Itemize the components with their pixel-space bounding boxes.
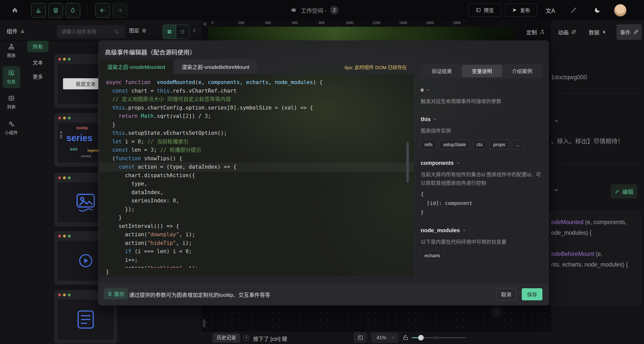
var-tags: echarts — [421, 251, 543, 260]
language-icon[interactable]: 文A — [545, 6, 555, 15]
tab-animation[interactable]: 动画 — [556, 24, 579, 40]
sidebar-item-info[interactable]: 信息 — [3, 66, 20, 88]
tab-variable-docs[interactable]: 变量说明 — [462, 65, 502, 77]
events-notice: 、移入、移出】尽情期待！ — [551, 136, 624, 145]
tab-data[interactable]: 数据 — [586, 24, 610, 40]
code-editor[interactable]: async function vnodeMounted(e, component… — [100, 74, 414, 276]
code-line[interactable]: }); — [100, 205, 414, 214]
zoom-slider-thumb[interactable] — [418, 335, 424, 340]
sidebar-item-label: 列表 — [7, 103, 16, 110]
variable-tag[interactable]: ctx — [473, 140, 486, 149]
redo-button[interactable] — [112, 3, 127, 18]
wordcloud-word: legend — [87, 148, 99, 152]
sidebar-item-charts[interactable]: 图表 — [0, 43, 23, 58]
save-button[interactable]: 保存 — [522, 288, 542, 300]
tab-examples[interactable]: 介绍案例 — [502, 65, 542, 77]
code-line[interactable]: chart.dispatchAction({ — [100, 171, 414, 180]
theme-tool-button[interactable] — [66, 3, 80, 18]
code-line[interactable]: } — [100, 268, 414, 276]
code-line[interactable]: const len = 3; // 轮播部分提示 — [100, 146, 414, 154]
code-line[interactable]: } — [100, 214, 414, 222]
code-line[interactable]: if (i === len) i = 0; — [100, 247, 414, 256]
user-avatar[interactable] — [614, 4, 627, 17]
code-line[interactable]: seriesIndex: 0, — [100, 197, 414, 205]
category-more[interactable]: 更多 — [27, 71, 48, 82]
card-traffic-lights — [58, 176, 71, 179]
publish-button[interactable]: 发布 — [505, 4, 537, 17]
preview-button[interactable]: 预览 — [468, 4, 501, 17]
code-line[interactable]: action("downplay", i); — [100, 230, 414, 239]
variable-tag[interactable]: ... — [512, 140, 524, 149]
ruler-label: 0 — [211, 21, 213, 25]
variable-tag[interactable]: setupState — [439, 140, 470, 149]
code-line[interactable]: return Math.sqrt(val[2]) / 3; — [100, 112, 414, 121]
vruler-label: 2000 — [202, 320, 206, 327]
var-section-divider — [421, 155, 543, 155]
editor-scrollbar[interactable] — [406, 142, 409, 183]
chevron-down-icon[interactable] — [554, 118, 559, 124]
leaf-icon — [571, 29, 576, 35]
tab-vnode-mounted[interactable]: 渲染之后-vnodeMounted — [100, 59, 172, 74]
var-section-divider — [421, 111, 543, 112]
panel-layout-button[interactable] — [354, 332, 367, 343]
code-line[interactable]: let i = 0; // 当前轮播索引 — [100, 138, 414, 146]
tab-events[interactable]: 事件 — [617, 24, 642, 40]
code-line[interactable]: const action = (type, dataIndex) => { — [100, 163, 414, 171]
layers-tool-button[interactable] — [48, 3, 63, 18]
text-info-icon — [8, 70, 15, 76]
code-line[interactable]: // 定义地图原点大小 同理可自定义标签等等内容 — [100, 95, 414, 104]
sidebar-code-line: odeBeforeMount (e, — [551, 249, 628, 259]
code-line[interactable]: async function vnodeMounted(e, component… — [100, 78, 414, 87]
var-section-title[interactable]: e — [421, 87, 543, 93]
code-line[interactable]: action("hideTip", i); — [100, 239, 414, 248]
home-icon[interactable] — [12, 7, 18, 13]
variable-tag[interactable]: props — [489, 140, 509, 149]
history-button[interactable]: 历史记录 — [212, 333, 240, 343]
sidebar-item-list[interactable]: 列表 — [0, 95, 23, 110]
layers-toggle[interactable]: 图层 — [129, 27, 147, 34]
undo-button[interactable] — [95, 3, 110, 18]
code-line[interactable]: dataIndex, — [100, 188, 414, 197]
code-line[interactable]: const chart = this.refs.vChartRef.chart — [100, 87, 414, 95]
edit-code-button[interactable]: 编辑 — [611, 184, 637, 198]
dark-mode-moon-icon[interactable] — [594, 7, 601, 14]
canvas-float-button[interactable] — [490, 305, 502, 317]
workspace-title: 工作空间 - 2 — [290, 0, 339, 20]
footer-tip-text: 通过提供的参数可为图表增加定制化的tooltip、交互事件等等 — [129, 291, 270, 298]
var-section-title[interactable]: node_modules — [421, 227, 543, 234]
variable-tag[interactable]: refs — [421, 140, 436, 149]
ruler-label: 600 — [292, 21, 298, 25]
code-line[interactable]: this.setupState.vEchartsSetOption(); — [100, 129, 414, 138]
code-line[interactable]: setInterval(() => { — [100, 222, 414, 231]
grid-view-button[interactable] — [163, 25, 176, 39]
category-text[interactable]: 文本 — [27, 57, 48, 68]
bar-chart-small-icon — [20, 28, 25, 33]
collapse-panel-icon[interactable] — [192, 28, 197, 33]
sidebar-divider — [554, 164, 641, 164]
sidebar-item-widgets[interactable]: 小组件 — [0, 121, 23, 136]
code-line[interactable]: action("highlight", i); — [100, 264, 414, 268]
chart-tool-button[interactable] — [31, 3, 46, 18]
horizontal-ruler: 020040060080010001200140016001800 — [208, 20, 550, 27]
zoom-dropdown[interactable]: 41% — [371, 332, 399, 343]
unlock-icon[interactable] — [402, 334, 409, 341]
tab-customize[interactable]: 定制 — [524, 24, 547, 40]
ruler-origin-icon[interactable]: ◎ — [202, 20, 208, 27]
zoom-slider[interactable] — [412, 337, 466, 338]
category-all[interactable]: 所有 — [27, 41, 48, 52]
chevron-down-icon[interactable] — [554, 187, 559, 193]
code-line[interactable]: (function showTips() { — [100, 154, 414, 163]
code-line[interactable]: this.props.chartConfig.option.series[0].… — [100, 104, 414, 112]
code-line[interactable]: i++; — [100, 256, 414, 264]
var-section-title[interactable]: this — [421, 116, 543, 123]
code-line[interactable]: type, — [100, 180, 414, 188]
magic-wand-icon[interactable] — [570, 7, 577, 14]
code-line[interactable]: } — [100, 121, 414, 129]
help-icon[interactable]: ? — [243, 335, 249, 341]
list-view-button[interactable] — [176, 25, 189, 39]
tab-vnode-before-mount[interactable]: 渲染之前-vnodeBeforeMount — [174, 59, 257, 74]
variable-tag[interactable]: echarts — [421, 251, 444, 260]
tab-validation-result[interactable]: 验证结果 — [422, 65, 462, 77]
var-section-title[interactable]: components — [421, 160, 543, 166]
cancel-button[interactable]: 取消 — [496, 288, 516, 300]
